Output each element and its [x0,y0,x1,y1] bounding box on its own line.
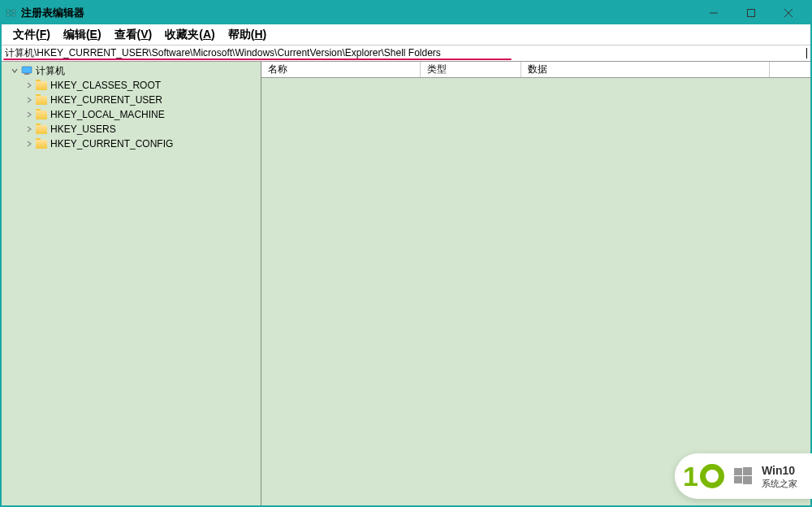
app-icon [5,6,18,20]
folder-icon [36,110,47,119]
column-type[interactable]: 类型 [421,62,521,77]
column-spacer [770,62,810,77]
folder-icon [36,140,47,149]
logo-one-icon: 1 [683,461,698,492]
tree-node-hkcu[interactable]: HKEY_CURRENT_USER [24,93,261,107]
tree-label: HKEY_CLASSES_ROOT [50,80,161,91]
chevron-right-icon[interactable] [24,80,34,90]
tree-label: HKEY_CURRENT_CONFIG [50,138,173,150]
logo-zero-icon [700,464,724,488]
tree-root: 计算机 HKEY_CLASSES_ROOT HKEY_CURRENT_USER [2,63,261,151]
svg-rect-15 [743,476,752,484]
close-button[interactable] [770,2,807,24]
list-body[interactable] [261,78,810,505]
list-header: 名称 类型 数据 [261,62,810,78]
tree-label: HKEY_CURRENT_USER [50,94,162,106]
windows-icon [732,466,754,487]
svg-rect-10 [22,67,32,73]
tree-node-hku[interactable]: HKEY_USERS [24,122,261,136]
svg-rect-13 [743,467,752,475]
tree-label: HKEY_LOCAL_MACHINE [50,109,165,120]
window-title: 注册表编辑器 [21,6,695,20]
watermark-subtitle: 系统之家 [762,478,797,489]
tree-label: HKEY_USERS [50,124,116,135]
watermark: 1 Win10 系统之家 [675,453,812,499]
folder-icon [36,81,47,90]
computer-icon [21,66,32,76]
menu-edit[interactable]: 编辑(E) [57,26,108,44]
tree-panel[interactable]: 计算机 HKEY_CLASSES_ROOT HKEY_CURRENT_USER [2,62,261,505]
svg-rect-12 [734,468,742,475]
watermark-title: Win10 [762,463,797,478]
svg-rect-14 [734,476,742,483]
watermark-logo: 1 [683,461,724,492]
folder-icon [36,96,47,105]
menu-favorites[interactable]: 收藏夹(A) [158,26,221,44]
tree-label-computer: 计算机 [36,64,65,78]
window-controls [695,2,807,24]
chevron-right-icon[interactable] [24,139,34,149]
tree-children: HKEY_CLASSES_ROOT HKEY_CURRENT_USER HKEY… [10,78,261,151]
tree-node-hkcr[interactable]: HKEY_CLASSES_ROOT [24,78,261,93]
titlebar[interactable]: 注册表编辑器 [2,2,810,24]
chevron-right-icon[interactable] [24,110,34,119]
svg-rect-1 [6,14,10,16]
svg-rect-0 [6,10,10,12]
svg-rect-11 [24,73,29,75]
content-area: 计算机 HKEY_CLASSES_ROOT HKEY_CURRENT_USER [2,62,810,505]
menu-view[interactable]: 查看(V) [108,26,159,44]
minimize-button[interactable] [695,2,732,24]
chevron-right-icon[interactable] [24,95,34,105]
list-panel: 名称 类型 数据 [261,62,810,505]
folder-icon [36,125,47,134]
chevron-down-icon[interactable] [10,66,19,76]
menubar: 文件(F) 编辑(E) 查看(V) 收藏夹(A) 帮助(H) [2,24,810,46]
maximize-button[interactable] [732,2,770,24]
column-name[interactable]: 名称 [261,62,421,77]
menu-help[interactable]: 帮助(H) [222,26,273,44]
column-data[interactable]: 数据 [521,62,770,77]
svg-rect-7 [748,10,755,17]
tree-node-hkcc[interactable]: HKEY_CURRENT_CONFIG [24,136,261,151]
highlight-underline [3,58,512,60]
chevron-right-icon[interactable] [24,124,34,134]
svg-rect-3 [12,14,15,16]
text-cursor [806,48,807,58]
registry-editor-window: 注册表编辑器 文件(F) 编辑(E) 查看(V) 收藏夹(A) 帮助(H) 计算… [0,0,812,507]
svg-rect-2 [12,10,15,12]
menu-file[interactable]: 文件(F) [6,26,57,44]
tree-node-hklm[interactable]: HKEY_LOCAL_MACHINE [24,107,261,122]
tree-node-computer[interactable]: 计算机 [10,63,261,78]
address-bar[interactable]: 计算机\HKEY_CURRENT_USER\Software\Microsoft… [2,46,810,62]
watermark-text: Win10 系统之家 [762,463,797,489]
